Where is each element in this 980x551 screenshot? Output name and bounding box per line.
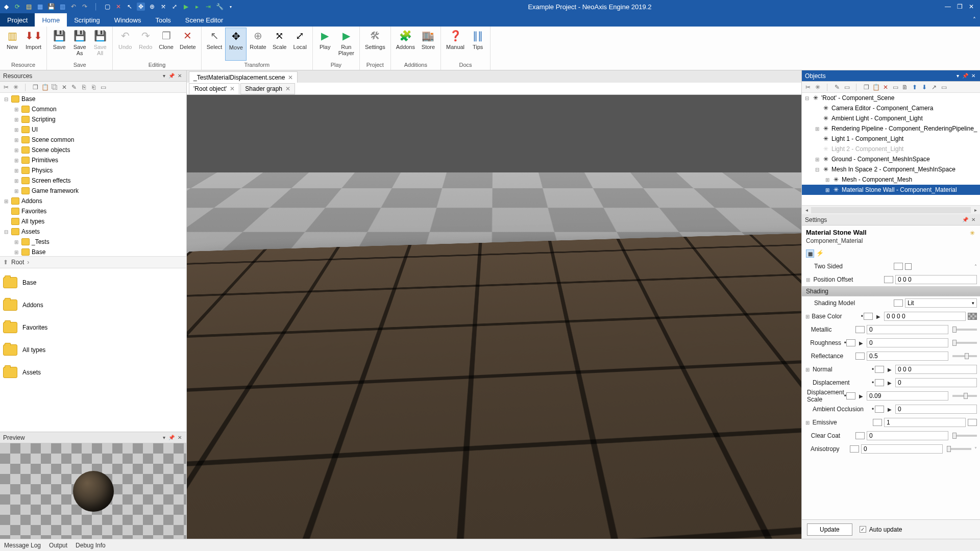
menu-tools[interactable]: Tools <box>148 13 178 27</box>
ribbon-save-button[interactable]: 💾Save <box>49 28 69 61</box>
ribbon-store-button[interactable]: 🏬Store <box>418 28 438 61</box>
checkbox[interactable] <box>905 263 912 270</box>
slider[interactable] <box>947 448 971 450</box>
minimize-button[interactable]: — <box>945 3 951 10</box>
play-icon[interactable]: ▶ <box>886 380 893 386</box>
ribbon-settings-button[interactable]: 🛠Settings <box>362 28 388 61</box>
up-icon[interactable]: ⬆ <box>3 259 8 266</box>
value-input[interactable] <box>867 391 948 400</box>
tree-node[interactable]: ⊟Assets <box>1 227 185 237</box>
panel-close-icon[interactable]: ✕ <box>176 73 183 79</box>
qa-play2-icon[interactable]: ▸ <box>193 3 201 11</box>
swatch[interactable] <box>894 263 903 270</box>
qa-doc-icon[interactable]: ▢ <box>103 3 111 11</box>
qa-undo-icon[interactable]: ↶ <box>69 3 78 11</box>
checkbox-checked[interactable]: ✓ <box>860 526 866 533</box>
tb-edit-icon[interactable]: ✎ <box>833 83 841 91</box>
scroll-right-icon[interactable]: ▸ <box>971 207 980 213</box>
value-input[interactable] <box>884 312 966 321</box>
tb-paste-icon[interactable]: 📋 <box>872 83 880 91</box>
qa-close-icon[interactable]: ✕ <box>114 3 122 11</box>
qa-step-icon[interactable]: ⇥ <box>204 3 212 11</box>
folder-item[interactable]: Base <box>3 271 183 294</box>
tree-node[interactable]: ⊟✳Mesh In Space 2 - Component_MeshInSpac… <box>802 164 980 174</box>
sub-tab-root[interactable]: 'Root object'✕ <box>189 83 239 94</box>
ribbon-clone-button[interactable]: ❐Clone <box>156 28 177 61</box>
play-icon[interactable]: ▶ <box>886 367 893 372</box>
panel-pin-icon[interactable]: 📌 <box>167 73 176 79</box>
scroll-down-icon[interactable]: ˅ <box>971 446 977 452</box>
tb-doc-icon[interactable]: 🗎 <box>901 83 909 91</box>
tree-node[interactable]: ⊞Scene objects <box>1 145 185 155</box>
tree-node[interactable]: ⊞_Tests <box>1 237 185 247</box>
panel-close-icon[interactable]: ✕ <box>970 73 977 79</box>
ribbon-addons-button[interactable]: 🧩Addons <box>393 28 418 61</box>
tb-up-icon[interactable]: ⬆ <box>911 83 919 91</box>
play-icon[interactable]: ▶ <box>857 340 865 346</box>
folder-item[interactable]: Addons <box>3 294 183 316</box>
breadcrumb-root[interactable]: Root <box>11 259 24 266</box>
close-button[interactable]: ✕ <box>969 3 974 10</box>
tb-paste-icon[interactable]: 📋 <box>41 83 49 91</box>
tb-rename-icon[interactable]: ✎ <box>70 83 78 91</box>
resources-breadcrumb[interactable]: ⬆ Root › <box>0 256 186 268</box>
tb-cut-icon[interactable]: ✂ <box>2 83 10 91</box>
panel-close-icon[interactable]: ✕ <box>176 435 183 440</box>
swatch[interactable] <box>875 406 884 413</box>
play-icon[interactable]: ▶ <box>886 407 893 412</box>
bolt-icon[interactable]: ⚡ <box>816 249 824 258</box>
value-input[interactable] <box>895 275 977 284</box>
tb-cut-icon[interactable]: ✂ <box>804 83 812 91</box>
tree-node[interactable]: ⊞Scene common <box>1 135 185 145</box>
panel-close-icon[interactable]: ✕ <box>970 217 977 222</box>
value-input[interactable] <box>884 418 966 427</box>
tree-node[interactable]: ⊞Game framework <box>1 186 185 196</box>
status-debug[interactable]: Debug Info <box>76 542 106 549</box>
swatch[interactable] <box>864 313 873 320</box>
swatch[interactable] <box>873 419 882 426</box>
sub-tab-shader[interactable]: Shader graph✕ <box>240 83 295 94</box>
tree-node[interactable]: ⊟Base <box>1 94 185 104</box>
qa-save-icon[interactable]: 💾 <box>47 3 55 11</box>
qa-dropdown-icon[interactable]: ▾ <box>227 3 235 11</box>
tree-node[interactable]: ⊞UI <box>1 124 185 135</box>
tb-copy-icon[interactable]: ❐ <box>31 83 39 91</box>
slider[interactable] <box>952 435 977 437</box>
swatch[interactable] <box>850 445 859 453</box>
ribbon-play-button[interactable]: ▶Play <box>315 28 335 61</box>
qa-redo-icon[interactable]: ↷ <box>81 3 89 11</box>
swatch[interactable] <box>855 432 865 439</box>
tb-delete-icon[interactable]: ✕ <box>60 83 68 91</box>
tree-node[interactable]: ⊞✳Mesh - Component_Mesh <box>802 174 980 185</box>
menu-scripting[interactable]: Scripting <box>67 13 107 27</box>
value-input[interactable] <box>895 365 977 374</box>
tb-gear-icon[interactable]: ✳ <box>814 83 822 91</box>
value-input[interactable] <box>867 352 948 361</box>
tree-node[interactable]: ⊞Physics <box>1 165 185 176</box>
star-icon[interactable]: ✳ <box>965 226 980 241</box>
swatch[interactable] <box>894 299 903 307</box>
scroll-up-icon[interactable]: ˄ <box>971 264 977 269</box>
update-button[interactable]: Update <box>807 523 852 536</box>
panel-pin-icon[interactable]: 📌 <box>961 217 970 222</box>
qa-axis4-icon[interactable]: ⤢ <box>170 3 179 11</box>
color-swatch[interactable] <box>968 419 977 426</box>
tb-out-icon[interactable]: ↗ <box>930 83 938 91</box>
qa-axis3-icon[interactable]: ⤧ <box>159 3 167 11</box>
panel-dropdown-icon[interactable]: ▾ <box>955 73 961 79</box>
swatch[interactable] <box>875 379 884 386</box>
slider[interactable] <box>952 395 977 397</box>
value-input[interactable] <box>861 444 943 454</box>
ribbon-import-button[interactable]: ⬇⬇Import <box>22 28 44 61</box>
qa-play-icon[interactable]: ▶ <box>182 3 190 11</box>
status-output[interactable]: Output <box>49 542 67 549</box>
value-input[interactable] <box>867 338 948 347</box>
value-input[interactable] <box>867 325 948 334</box>
folder-item[interactable]: All types <box>3 339 183 361</box>
menu-scene-editor[interactable]: Scene Editor <box>178 13 230 27</box>
play-icon[interactable]: ▶ <box>875 314 882 319</box>
ribbon-tips-button[interactable]: ∥∥Tips <box>468 28 488 61</box>
panel-pin-icon[interactable]: 📌 <box>961 73 970 79</box>
resources-tree[interactable]: ⊟Base ⊞Common ⊞Scripting ⊞UI ⊞Scene comm… <box>0 93 186 256</box>
value-input[interactable] <box>867 431 948 440</box>
